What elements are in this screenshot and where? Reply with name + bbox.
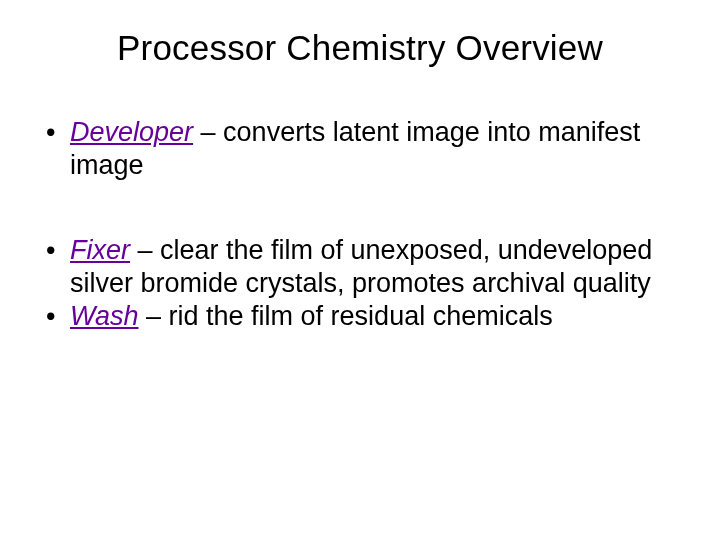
list-item: Wash – rid the film of residual chemical… xyxy=(44,300,676,333)
slide-title: Processor Chemistry Overview xyxy=(44,28,676,68)
description: – clear the film of unexposed, undevelop… xyxy=(70,235,652,298)
description: – rid the film of residual chemicals xyxy=(139,301,553,331)
spacer xyxy=(44,182,676,234)
list-item: Developer – converts latent image into m… xyxy=(44,116,676,182)
term: Fixer xyxy=(70,235,130,265)
list-item: Fixer – clear the film of unexposed, und… xyxy=(44,234,676,300)
slide: Processor Chemistry Overview Developer –… xyxy=(0,0,720,540)
bullet-list: Developer – converts latent image into m… xyxy=(44,116,676,333)
term: Developer xyxy=(70,117,193,147)
term: Wash xyxy=(70,301,139,331)
